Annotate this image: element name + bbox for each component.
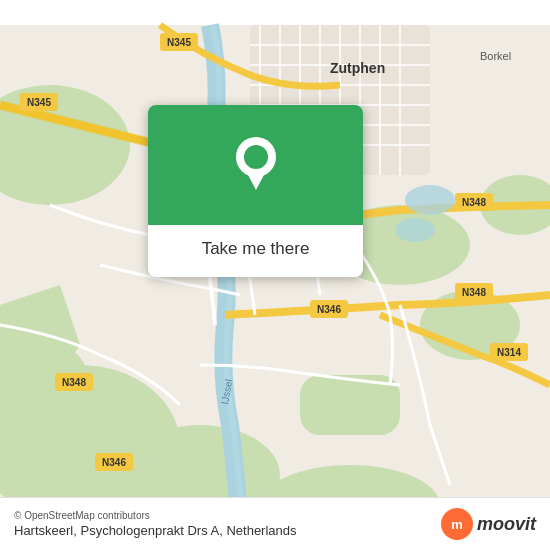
svg-text:m: m [451, 517, 463, 532]
svg-text:Borkel: Borkel [480, 50, 511, 62]
svg-text:N345: N345 [167, 37, 191, 48]
svg-text:N345: N345 [27, 97, 51, 108]
map-container: N345 N345 N348 N346 N314 N348 N348 N346 [0, 0, 550, 550]
svg-text:N348: N348 [462, 287, 486, 298]
moovit-brand-name: moovit [477, 514, 536, 535]
bottom-bar: © OpenStreetMap contributors Hartskeerl,… [0, 497, 550, 550]
svg-point-51 [244, 145, 268, 169]
svg-text:Zutphen: Zutphen [330, 60, 385, 76]
location-pin-icon [231, 135, 281, 195]
take-me-there-button[interactable]: Take me there [194, 235, 318, 263]
svg-text:N314: N314 [497, 347, 521, 358]
bottom-left-info: © OpenStreetMap contributors Hartskeerl,… [14, 510, 297, 538]
popup-card: Take me there [148, 105, 363, 277]
osm-credit: © OpenStreetMap contributors [14, 510, 297, 521]
moovit-icon: m [441, 508, 473, 540]
svg-text:N346: N346 [317, 304, 341, 315]
svg-text:N348: N348 [62, 377, 86, 388]
moovit-icon-svg: m [446, 513, 468, 535]
svg-text:N348: N348 [462, 197, 486, 208]
svg-point-47 [405, 185, 455, 215]
popup-button-area: Take me there [148, 225, 363, 277]
svg-text:N346: N346 [102, 457, 126, 468]
moovit-logo: m moovit [441, 508, 536, 540]
location-name: Hartskeerl, Psychologenprakt Drs A, Neth… [14, 523, 297, 538]
svg-marker-52 [246, 171, 266, 190]
svg-point-48 [395, 218, 435, 242]
popup-map-preview [148, 105, 363, 225]
